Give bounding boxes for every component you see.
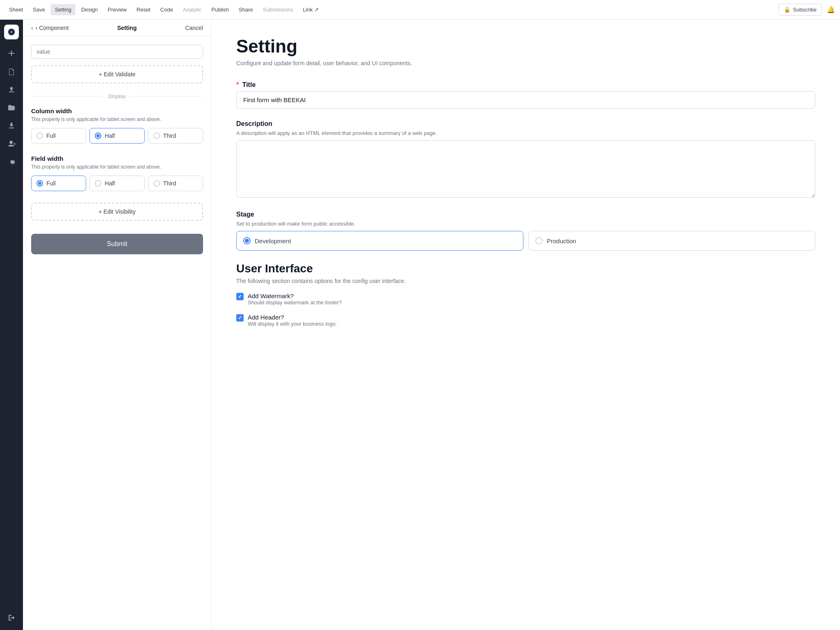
sidebar-upload-icon[interactable] [4, 82, 19, 97]
bell-icon[interactable]: 🔔 [827, 6, 835, 14]
stage-development-option[interactable]: Development [236, 231, 523, 251]
sidebar-plus-icon[interactable] [4, 46, 19, 61]
subscribe-label: Subscribe [793, 7, 817, 13]
sidebar-bottom [4, 610, 19, 625]
column-third-radio [153, 132, 160, 139]
nav-design[interactable]: Design [77, 4, 102, 15]
page-subtitle: Configure and update form detail, user b… [236, 60, 815, 66]
description-input[interactable] [236, 140, 815, 198]
header-label-wrap: Add Header? Will display it with your bu… [248, 314, 337, 327]
field-third-label: Third [163, 180, 176, 187]
description-label: Description [236, 120, 815, 128]
field-full-option[interactable]: Full [31, 176, 86, 191]
stage-options: Development Production [236, 231, 815, 251]
field-half-radio [95, 180, 101, 187]
column-full-radio [37, 132, 43, 139]
title-section: * Title [236, 81, 815, 109]
user-interface-section: User Interface The following section con… [236, 262, 815, 327]
divider-line-left [31, 96, 103, 96]
nav-submissions: Submissions [259, 4, 297, 15]
watermark-checkbox[interactable] [236, 293, 244, 300]
watermark-label: Add Watermark? [248, 292, 342, 299]
stage-section: Stage Set to production will make form p… [236, 211, 815, 251]
edit-validate-button[interactable]: + Edit Validate [31, 65, 203, 83]
field-width-label: Field width [31, 155, 203, 162]
divider-line-right [131, 96, 203, 96]
column-width-section: Column width This property is only appli… [31, 107, 203, 144]
right-panel: Setting Configure and update form detail… [212, 20, 840, 630]
component-nav[interactable]: ‹ Component [36, 25, 69, 31]
field-full-label: Full [46, 180, 56, 187]
stage-development-radio [243, 237, 251, 244]
left-panel: ‹ ‹ Component Setting Cancel + Edit Vali… [23, 20, 212, 630]
field-full-radio [37, 180, 43, 187]
column-full-option[interactable]: Full [31, 128, 86, 144]
sidebar-download-icon[interactable] [4, 118, 19, 133]
display-label: Display [108, 93, 126, 99]
nav-code[interactable]: Code [156, 4, 177, 15]
sidebar-users-icon[interactable] [4, 136, 19, 151]
main-layout: ‹ ‹ Component Setting Cancel + Edit Vali… [0, 20, 840, 630]
nav-analytic: Analytic [179, 4, 206, 15]
nav-setting[interactable]: Setting [51, 4, 75, 15]
nav-share[interactable]: Share [235, 4, 257, 15]
setting-nav[interactable]: Setting [117, 25, 137, 31]
sidebar-folder-icon[interactable] [4, 100, 19, 115]
nav-preview[interactable]: Preview [104, 4, 131, 15]
header-row: Add Header? Will display it with your bu… [236, 314, 815, 327]
cancel-button[interactable]: Cancel [185, 25, 203, 31]
ui-title: User Interface [236, 262, 815, 275]
sidebar-settings-icon[interactable] [4, 154, 19, 169]
title-label: * Title [236, 81, 815, 89]
field-third-option[interactable]: Third [148, 176, 203, 191]
ui-subtitle: The following section contains options f… [236, 278, 815, 284]
field-third-radio [153, 180, 160, 187]
nav-sheet[interactable]: Sheet [5, 4, 27, 15]
lock-icon: 🔒 [784, 7, 790, 13]
page-title: Setting [236, 36, 815, 57]
stage-production-label: Production [547, 237, 576, 244]
column-width-label: Column width [31, 107, 203, 114]
column-width-options: Full Half Third [31, 128, 203, 144]
breadcrumb: ‹ ‹ Component [31, 25, 69, 31]
nav-reset[interactable]: Reset [132, 4, 155, 15]
column-half-label: Half [105, 132, 115, 139]
svg-rect-2 [9, 53, 14, 54]
sidebar-logout-icon[interactable] [4, 610, 19, 625]
header-hint: Will display it with your business logo. [248, 321, 337, 327]
stage-development-label: Development [255, 237, 291, 244]
nav-right: 🔒 Subscribe 🔔 [778, 4, 835, 16]
column-width-hint: This property is only applicable for tab… [31, 116, 203, 123]
column-half-radio [95, 132, 101, 139]
nav-save[interactable]: Save [29, 4, 49, 15]
watermark-row: Add Watermark? Should display watermark … [236, 292, 815, 306]
field-half-label: Half [105, 180, 115, 187]
nav-publish[interactable]: Publish [207, 4, 233, 15]
field-width-section: Field width This property is only applic… [31, 155, 203, 191]
submit-button[interactable]: Submit [31, 234, 203, 254]
watermark-hint: Should display watermark at the footer? [248, 299, 342, 306]
header-checkbox[interactable] [236, 314, 244, 322]
sidebar-file-icon[interactable] [4, 64, 19, 79]
top-nav: Sheet Save Setting Design Preview Reset … [0, 0, 840, 20]
left-panel-header: ‹ ‹ Component Setting Cancel [23, 20, 211, 37]
stage-label: Stage [236, 211, 815, 218]
column-third-option[interactable]: Third [148, 128, 203, 144]
edit-visibility-button[interactable]: + Edit Visibility [31, 203, 203, 221]
app-logo[interactable] [4, 25, 19, 39]
field-width-options: Full Half Third [31, 176, 203, 191]
subscribe-button[interactable]: 🔒 Subscribe [778, 4, 822, 16]
column-half-option[interactable]: Half [89, 128, 144, 144]
back-arrow-icon[interactable]: ‹ [31, 25, 33, 31]
left-panel-content: + Edit Validate Display Column width Thi… [23, 37, 211, 262]
field-half-option[interactable]: Half [89, 176, 144, 191]
stage-production-option[interactable]: Production [528, 231, 815, 251]
watermark-label-wrap: Add Watermark? Should display watermark … [248, 292, 342, 306]
field-width-hint: This property is only applicable for tab… [31, 164, 203, 171]
column-full-label: Full [46, 132, 56, 139]
value-input[interactable] [31, 45, 203, 59]
nav-link[interactable]: Link ↗ [299, 4, 322, 15]
sidebar-dark [0, 20, 23, 630]
title-input[interactable] [236, 91, 815, 109]
stage-hint: Set to production will make form public … [236, 221, 815, 227]
